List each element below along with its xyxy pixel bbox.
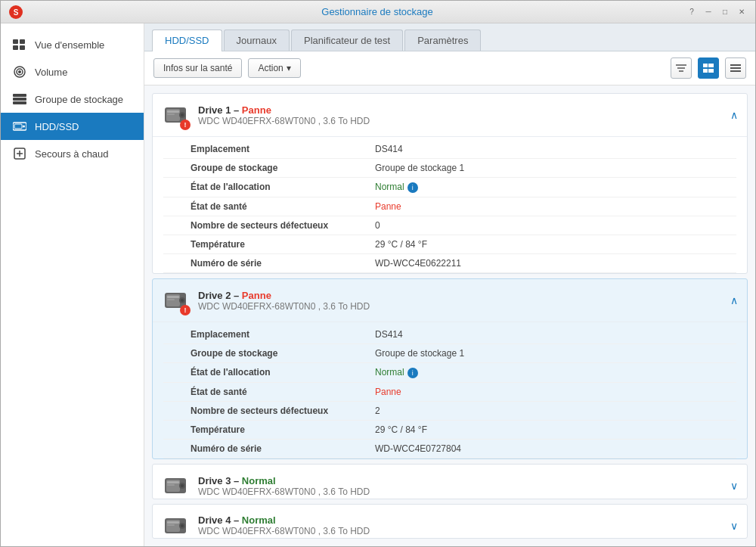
action-arrow-icon: ▾ [287,63,291,73]
svg-rect-5 [20,45,25,50]
minimize-button[interactable]: ─ [702,6,714,18]
action-label: Action [258,63,283,73]
action-button[interactable]: Action ▾ [248,58,300,78]
detail-value: DS414 [375,329,736,340]
sidebar-item-hdd-ssd[interactable]: HDD/SSD [1,113,144,140]
detail-value: 2 [375,406,736,416]
detail-value: Normali [375,182,736,193]
detail-label: État de l'allocation [163,182,375,193]
svg-rect-4 [13,45,18,50]
sidebar: Vue d'ensemble Volume [1,23,144,546]
svg-text:S: S [14,8,19,17]
menu-view-button[interactable] [725,57,746,79]
drive-model: WDC WD40EFRX-68WT0N0 , 3.6 To HDD [198,116,721,126]
drive-header-drive3[interactable]: Drive 3 – Normal WDC WD40EFRX-68WT0N0 , … [153,465,747,499]
svg-point-8 [18,70,21,73]
detail-row: Nombre de secteurs défectueux 0 [163,216,736,235]
svg-rect-22 [708,64,714,67]
main-panel: HDD/SSD Journaux Planificateur de test P… [144,23,755,546]
hot-spare-icon [12,148,27,160]
hdd-icon [12,120,27,132]
tabs-bar: HDD/SSD Journaux Planificateur de test P… [144,23,755,51]
svg-rect-10 [13,98,26,101]
help-button[interactable]: ? [686,6,698,18]
drive-name: Drive 1 – Panne [198,104,721,116]
sidebar-label-secours: Secours à chaud [35,148,109,160]
detail-row: État de santé Panne [163,383,736,402]
list-view-button[interactable] [698,57,719,79]
detail-value: Groupe de stockage 1 [375,348,736,359]
sidebar-item-groupe-stockage[interactable]: Groupe de stockage [1,85,144,113]
drive-header-drive2[interactable]: ! Drive 2 – Panne WDC WD40EFRX-68WT0N0 ,… [153,279,747,322]
tab-hdd-ssd[interactable]: HDD/SSD [152,30,222,51]
drive-warning-icon: ! [180,120,191,130]
svg-rect-23 [703,69,708,73]
detail-row: Groupe de stockage Groupe de stockage 1 [163,159,736,178]
detail-value: WD-WCC4E0622211 [375,258,736,269]
volume-icon [12,66,27,78]
tab-journaux[interactable]: Journaux [224,30,290,51]
detail-label: Nombre de secteurs défectueux [163,406,375,416]
detail-value: WD-WCC4E0727804 [375,443,736,454]
sidebar-item-secours[interactable]: Secours à chaud [1,140,144,167]
sidebar-item-vue-ensemble[interactable]: Vue d'ensemble [1,31,144,58]
drive-model: WDC WD40EFRX-68WT0N0 , 3.6 To HDD [198,301,721,312]
drive-header-drive4[interactable]: Drive 4 – Normal WDC WD40EFRX-68WT0N0 , … [153,505,747,539]
info-icon: i [407,368,418,378]
detail-row: État de l'allocation Normali [163,178,736,197]
health-info-label: Infos sur la santé [163,63,232,73]
drive-model: WDC WD40EFRX-68WT0N0 , 3.6 To HDD [198,526,721,536]
drive-card-drive1: ! Drive 1 – Panne WDC WD40EFRX-68WT0N0 ,… [152,93,748,274]
filter-button[interactable] [671,57,692,79]
close-button[interactable]: ✕ [736,6,748,18]
list-view-icon [703,64,714,73]
svg-point-31 [181,113,184,117]
detail-label: Température [163,424,375,435]
detail-value: DS414 [375,144,736,154]
detail-value: Normali [375,367,736,378]
app-icon: S [8,5,23,20]
svg-rect-50 [167,521,179,524]
detail-label: Numéro de série [163,258,375,269]
detail-label: État de santé [163,201,375,212]
drive-chevron-icon: ∧ [730,294,738,306]
detail-row: Version du firmware 80.00A80 [163,273,736,274]
maximize-button[interactable]: □ [719,6,731,18]
drive-title: Drive 3 – Normal WDC WD40EFRX-68WT0N0 , … [198,475,721,497]
tab-planificateur[interactable]: Planificateur de test [291,30,403,51]
tab-parametres[interactable]: Paramètres [404,30,481,51]
svg-rect-21 [703,64,708,67]
detail-value: Panne [375,387,736,397]
svg-rect-44 [167,481,179,483]
svg-rect-33 [167,113,175,115]
health-info-button[interactable]: Infos sur la santé [153,58,242,78]
window-title: Gestionnaire de stockage [69,6,686,17]
detail-row: Numéro de série WD-WCC4E0622211 [163,254,736,273]
svg-rect-2 [13,39,18,44]
sidebar-label-hdd: HDD/SSD [35,121,79,132]
info-icon: i [407,182,418,193]
detail-value: Panne [375,201,736,212]
drive-card-drive2: ! Drive 2 – Panne WDC WD40EFRX-68WT0N0 ,… [152,278,748,459]
drive-header-drive1[interactable]: ! Drive 1 – Panne WDC WD40EFRX-68WT0N0 ,… [153,94,747,136]
svg-point-37 [181,299,184,302]
sidebar-item-volume[interactable]: Volume [1,58,144,85]
detail-row: Emplacement DS414 [163,140,736,159]
detail-value: Groupe de stockage 1 [375,163,736,173]
svg-rect-13 [14,124,22,129]
svg-point-14 [23,126,25,128]
drive-title: Drive 1 – Panne WDC WD40EFRX-68WT0N0 , 3… [198,104,721,126]
drive-card-drive4: Drive 4 – Normal WDC WD40EFRX-68WT0N0 , … [152,504,748,539]
detail-row: Emplacement DS414 [163,325,736,344]
drive-details-drive2: Emplacement DS414 Groupe de stockage Gro… [153,322,747,459]
detail-row: Température 29 °C / 84 °F [163,421,736,440]
detail-row: Numéro de série WD-WCC4E0727804 [163,440,736,458]
drive-disk-icon: ! [162,101,189,129]
drive-name: Drive 4 – Normal [198,514,721,526]
sidebar-label-volume: Volume [35,67,67,78]
svg-rect-9 [13,94,26,97]
drive-title: Drive 2 – Panne WDC WD40EFRX-68WT0N0 , 3… [198,290,721,312]
window-controls: ? ─ □ ✕ [686,6,748,18]
detail-label: Nombre de secteurs défectueux [163,220,375,231]
drive-disk-icon [162,512,189,539]
